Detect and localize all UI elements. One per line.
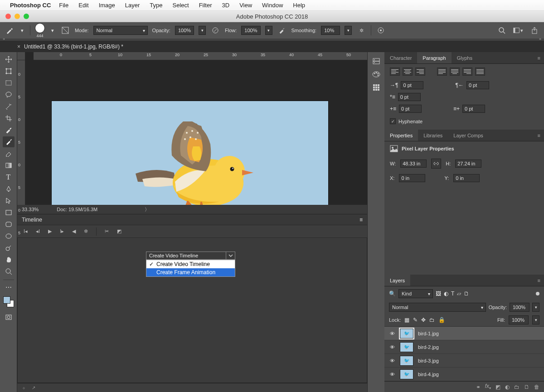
layer-blend-mode[interactable]: Normal	[389, 303, 486, 312]
history-panel-icon[interactable]	[372, 58, 380, 65]
layer-name[interactable]: bird-3.jpg	[418, 358, 439, 363]
timeline-render-icon[interactable]: 🝔	[22, 385, 26, 390]
search-icon[interactable]	[497, 25, 507, 35]
menu-view[interactable]: View	[239, 2, 252, 9]
zoom-level[interactable]: 33.33%	[22, 207, 39, 212]
layer-visibility-icon[interactable]: 👁	[389, 344, 395, 350]
lock-all-icon[interactable]: 🔒	[438, 317, 445, 323]
layer-visibility-icon[interactable]: 👁	[389, 331, 395, 336]
brush-preview[interactable]	[35, 23, 45, 33]
layer-visibility-icon[interactable]: 👁	[389, 372, 395, 377]
window-zoom-button[interactable]	[24, 14, 29, 19]
menu-edit[interactable]: Edit	[78, 2, 88, 9]
smoothing-value[interactable]: 10%	[321, 26, 340, 35]
rectangle-tool[interactable]	[3, 207, 15, 218]
ellipse-tool[interactable]	[3, 231, 15, 242]
tool-preset-dropdown[interactable]: ▾	[19, 28, 25, 34]
eraser-tool[interactable]	[3, 148, 15, 159]
layer-row[interactable]: 👁 bird-1.jpg	[384, 327, 544, 340]
layer-thumbnail[interactable]	[400, 329, 413, 339]
pressure-size-icon[interactable]	[376, 25, 386, 35]
align-right-icon[interactable]	[415, 68, 425, 76]
fill-dropdown[interactable]: ▾	[532, 315, 539, 324]
timeline-settings-icon[interactable]: ✲	[84, 228, 88, 234]
tab-glyphs[interactable]: Glyphs	[452, 52, 478, 63]
delete-layer-icon[interactable]: 🗑	[534, 384, 539, 390]
opacity-value[interactable]: 100%	[175, 26, 194, 35]
pressure-opacity-icon[interactable]	[210, 25, 220, 35]
indent-left-field[interactable]	[401, 81, 423, 89]
menu-3d[interactable]: 3D	[222, 2, 230, 9]
properties-panel-menu-icon[interactable]: ≡	[538, 133, 544, 138]
link-layers-icon[interactable]: ⚭	[476, 384, 481, 390]
timeline-panel-menu-icon[interactable]: ≡	[359, 217, 363, 223]
layer-thumbnail[interactable]	[400, 369, 413, 379]
height-field[interactable]	[455, 160, 481, 168]
layer-thumbnail[interactable]	[400, 356, 413, 366]
menu-filter[interactable]: Filter	[199, 2, 212, 9]
indent-right-field[interactable]	[466, 81, 489, 89]
quick-mask-icon[interactable]	[3, 312, 15, 323]
justify-left-icon[interactable]	[437, 68, 447, 76]
flow-value[interactable]: 100%	[241, 26, 260, 35]
marquee-tool[interactable]	[3, 77, 15, 88]
brush-tool[interactable]	[3, 136, 15, 147]
create-timeline-button[interactable]: Create Video Timeline	[146, 252, 235, 260]
align-center-icon[interactable]	[403, 68, 413, 76]
opacity-dropdown[interactable]: ▾	[199, 26, 206, 35]
tab-character[interactable]: Character	[384, 52, 417, 63]
doc-size[interactable]: Doc: 19.5M/16.3M	[57, 207, 97, 212]
filter-type-icon[interactable]: T	[451, 290, 454, 297]
edit-toolbar-icon[interactable]: ⋯	[3, 282, 15, 293]
lock-position-icon[interactable]: ✥	[421, 317, 426, 323]
space-before-field[interactable]	[399, 105, 422, 113]
color-panel-icon[interactable]	[372, 71, 380, 77]
layer-name[interactable]: bird-1.jpg	[418, 331, 439, 336]
layer-mask-icon[interactable]: ◩	[495, 384, 500, 390]
layer-name[interactable]: bird-2.jpg	[418, 344, 439, 350]
filter-shape-icon[interactable]: ▱	[457, 290, 461, 297]
swatches-panel-icon[interactable]	[373, 84, 380, 91]
timeline-play-icon[interactable]: ▶	[48, 228, 52, 234]
menu-type[interactable]: Type	[150, 2, 162, 9]
layer-row[interactable]: 👁 bird-4.jpg	[384, 368, 544, 381]
flow-dropdown[interactable]: ▾	[265, 26, 272, 35]
justify-right-icon[interactable]	[462, 68, 472, 76]
paragraph-panel-menu-icon[interactable]: ≡	[538, 55, 544, 61]
timeline-mute-icon[interactable]: ◀	[72, 228, 76, 234]
brush-panel-toggle-icon[interactable]	[60, 25, 70, 35]
lock-artboard-icon[interactable]: 🗀	[429, 317, 435, 323]
layer-row[interactable]: 👁 bird-2.jpg	[384, 340, 544, 354]
lock-pixels-icon[interactable]: ✎	[413, 317, 418, 323]
filter-pixel-icon[interactable]: 🖼	[436, 290, 441, 297]
layers-panel-menu-icon[interactable]: ≡	[538, 278, 544, 283]
timeline-export-icon[interactable]: ↗	[32, 385, 35, 390]
create-timeline-dropdown[interactable]	[226, 252, 235, 259]
y-field[interactable]	[453, 174, 480, 182]
layer-fx-icon[interactable]: fx▾	[485, 383, 491, 390]
first-line-field[interactable]	[398, 93, 421, 101]
tab-properties[interactable]: Properties	[384, 130, 418, 141]
color-swatches[interactable]	[3, 296, 14, 307]
hyphenate-checkbox[interactable]: ✓	[390, 118, 396, 124]
layer-opacity-value[interactable]: 100%	[510, 303, 529, 312]
timeline-first-frame-icon[interactable]: I◂	[24, 228, 28, 234]
layer-thumbnail[interactable]	[400, 342, 413, 352]
layer-filter-kind[interactable]: Kind	[398, 289, 433, 298]
menu-create-video-timeline[interactable]: Create Video Timeline	[146, 260, 235, 268]
crop-tool[interactable]	[3, 113, 15, 124]
filter-adjust-icon[interactable]: ◐	[444, 290, 448, 297]
tab-layer-comps[interactable]: Layer Comps	[448, 130, 488, 141]
menu-select[interactable]: Select	[172, 2, 189, 9]
rounded-rect-tool[interactable]	[3, 219, 15, 230]
filter-smart-icon[interactable]: 🗋	[464, 290, 469, 297]
ruler-vertical[interactable]: 0 5 0 5 0 5 0 5 0 5	[17, 60, 25, 205]
ruler-origin[interactable]	[17, 52, 25, 60]
move-tool[interactable]	[3, 54, 15, 65]
timeline-prev-frame-icon[interactable]: ◂I	[36, 228, 40, 234]
menu-help[interactable]: Help	[293, 2, 305, 9]
hand-tool[interactable]	[3, 254, 15, 265]
filter-toggle-icon[interactable]	[536, 292, 539, 295]
new-layer-icon[interactable]: 🗋	[524, 384, 529, 390]
smoothing-dropdown[interactable]: ▾	[345, 26, 352, 35]
